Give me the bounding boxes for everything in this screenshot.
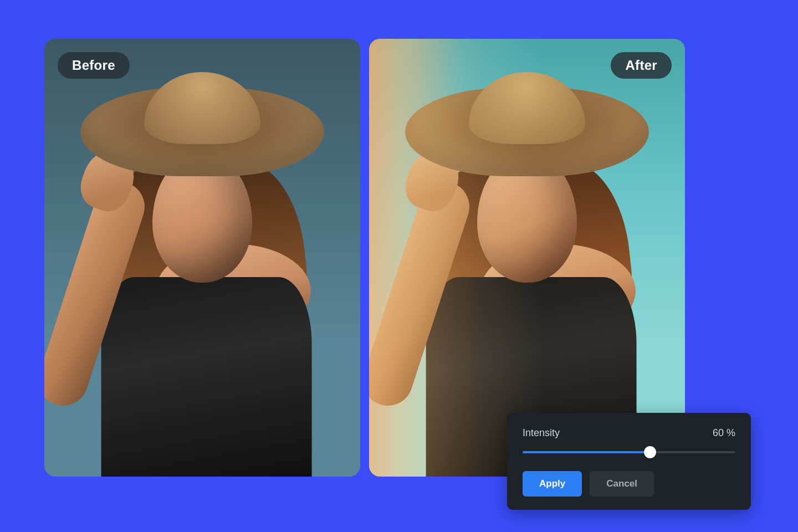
intensity-label: Intensity xyxy=(523,427,560,439)
before-image-card: Before xyxy=(44,39,360,477)
before-after-compare: Before After xyxy=(44,39,685,477)
intensity-panel: Intensity 60 % Apply Cancel xyxy=(507,413,751,510)
cancel-button[interactable]: Cancel xyxy=(590,471,654,497)
apply-button[interactable]: Apply xyxy=(523,471,582,497)
intensity-slider-thumb[interactable] xyxy=(644,446,656,458)
before-badge: Before xyxy=(58,52,130,79)
intensity-value: 60 % xyxy=(713,427,735,439)
intensity-slider[interactable] xyxy=(523,451,735,453)
after-badge: After xyxy=(611,52,672,79)
intensity-slider-fill xyxy=(523,451,650,453)
before-image xyxy=(44,39,360,477)
after-image xyxy=(369,39,685,477)
after-image-card: After xyxy=(369,39,685,477)
